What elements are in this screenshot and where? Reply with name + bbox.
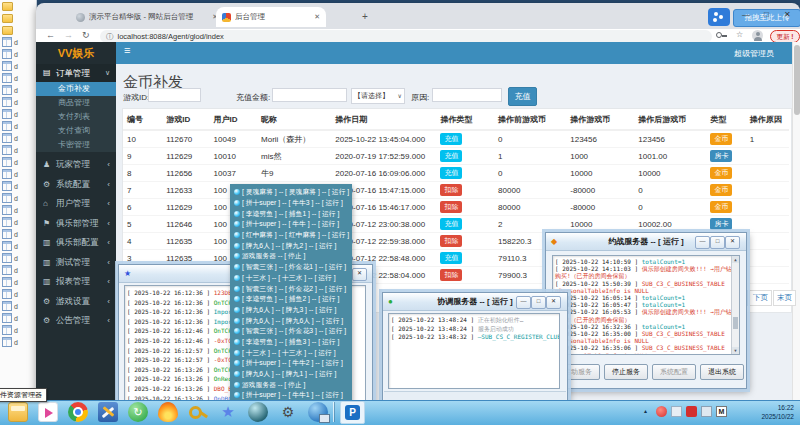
server-list-item[interactable]: [ 牌九6人 ] -- [ 牌九3 ] -- [ 运行 ]: [230, 305, 352, 316]
sidebar-subitem-支付列表[interactable]: 支付列表: [36, 110, 116, 124]
desktop-db-item[interactable]: d: [0, 288, 36, 300]
desktop-db-item[interactable]: d: [0, 168, 36, 180]
desktop-db-item[interactable]: d: [0, 156, 36, 168]
server-list-item[interactable]: [ 拼十super ] -- [ 牛牛3 ] -- [ 运行 ]: [230, 198, 352, 209]
browser-scrollbar-thumb[interactable]: [794, 45, 800, 115]
window-maximize-button[interactable]: □: [764, 10, 769, 19]
server-list-item[interactable]: [ 李逵劈鱼 ] -- [ 捕鱼3 ] -- [ 运行 ]: [230, 337, 352, 348]
server-list-item[interactable]: [ 李逵劈鱼 ] -- [ 捕鱼1 ] -- [ 运行 ]: [230, 208, 352, 219]
tray-chevron-icon[interactable]: ▴: [644, 407, 647, 414]
taskbar-icon-flame[interactable]: [158, 402, 178, 422]
taskbar-icon-key[interactable]: [188, 402, 208, 422]
new-tab-button[interactable]: +: [358, 10, 372, 24]
game-id-input[interactable]: [148, 88, 201, 102]
maximize-button[interactable]: □: [710, 236, 725, 249]
desktop-db-item[interactable]: [0, 0, 36, 12]
server-list-item[interactable]: [ 智囊三张 ] -- [ 炸金花2 ] -- [ 运行 ]: [230, 283, 352, 294]
forward-icon[interactable]: →: [64, 30, 73, 40]
taskbar-icon-tools[interactable]: [98, 402, 118, 422]
scroll-down-icon[interactable]: ▼: [732, 347, 739, 354]
amount-input[interactable]: [272, 88, 347, 102]
server-list-item[interactable]: [ 灵魂麻将 ] -- [ 灵魂麻将 ] -- [ 运行 ]: [230, 187, 352, 198]
close-button[interactable]: ✕: [352, 268, 367, 281]
desktop-db-item[interactable]: d: [0, 312, 36, 324]
tab-close-icon[interactable]: ✕: [314, 13, 320, 21]
taskbar-icon-network[interactable]: [308, 402, 328, 422]
desktop-db-item[interactable]: d: [0, 120, 36, 132]
desktop-db-item[interactable]: [0, 12, 36, 24]
pagination-button-末页[interactable]: 末页: [773, 290, 796, 306]
desktop-db-item[interactable]: d: [0, 60, 36, 72]
sidebar-item-报表管理[interactable]: ▥报表管理‹: [36, 272, 116, 292]
scrollbar-thumb[interactable]: [733, 317, 738, 329]
minimize-button[interactable]: —: [516, 296, 531, 309]
desktop-db-item[interactable]: d: [0, 108, 36, 120]
tray-icon-red-badge[interactable]: [686, 406, 697, 417]
sidebar-item-order-management[interactable]: ▤ 订单管理 ∨: [36, 64, 116, 82]
desktop-db-item[interactable]: d: [0, 252, 36, 264]
desktop-db-item[interactable]: d: [0, 204, 36, 216]
desktop-db-item[interactable]: d: [0, 84, 36, 96]
sidebar-item-系统配置[interactable]: ⚙系统配置‹: [36, 175, 116, 195]
site-info-icon[interactable]: ⓘ: [106, 32, 114, 42]
tray-icon-monitor[interactable]: [701, 406, 712, 417]
taskbar-icon-star[interactable]: [218, 402, 238, 422]
sidebar-item-俱乐部管理[interactable]: ⚑俱乐部管理‹: [36, 214, 116, 234]
recharge-button[interactable]: 充值: [508, 87, 537, 106]
cloud-upload-icon[interactable]: [708, 8, 730, 26]
tray-icon-red-dot[interactable]: [656, 406, 667, 417]
desktop-db-item[interactable]: d: [0, 96, 36, 108]
server-list-item[interactable]: 游戏服务器 -- [ 停止 ]: [230, 251, 352, 262]
scroll-up-icon[interactable]: ▲: [732, 256, 739, 263]
taskbar-icon-explorer[interactable]: [8, 402, 28, 422]
maximize-button[interactable]: □: [531, 296, 546, 309]
sidebar-subitem-商品管理[interactable]: 商品管理: [36, 96, 116, 110]
password-key-icon[interactable]: [716, 32, 726, 40]
server-list-item[interactable]: [ 十三水 ] -- [ 十三水 ] -- [ 运行 ]: [230, 273, 352, 284]
console-scrollbar[interactable]: ▲ ▼: [731, 256, 739, 354]
sidebar-item-公告管理[interactable]: ⚙公告管理‹: [36, 311, 116, 331]
sidebar-subitem-支付查询[interactable]: 支付查询: [36, 124, 116, 138]
desktop-db-item[interactable]: d: [0, 72, 36, 84]
server-list-item[interactable]: [ 牌九6人 ] -- [ 牌九1 ] -- [ 运行 ]: [230, 369, 352, 380]
desktop-db-item[interactable]: d: [0, 276, 36, 288]
sidebar-toggle-icon[interactable]: ≡: [124, 44, 130, 56]
taskbar-icon-media[interactable]: [38, 402, 58, 422]
sidebar-item-俱乐部配置[interactable]: ▥俱乐部配置‹: [36, 233, 116, 253]
sidebar-subitem-金币补发[interactable]: 金币补发: [36, 82, 116, 96]
close-button[interactable]: ✕: [725, 236, 740, 249]
current-user[interactable]: 超级管理员: [734, 48, 774, 59]
server-list-item[interactable]: [ 拼十super ] -- [ 牛牛 ] -- [ 运行 ]: [230, 219, 352, 230]
reload-icon[interactable]: ↻: [82, 30, 90, 40]
bookmark-star-icon[interactable]: ☆: [736, 30, 743, 39]
profile-avatar[interactable]: [752, 30, 763, 41]
sidebar-subitem-卡密管理[interactable]: 卡密管理: [36, 138, 116, 152]
taskbar-icon-p[interactable]: P: [340, 401, 365, 424]
server-list-item[interactable]: [ 智囊三张 ] -- [ 炸金花1 ] -- [ 运行 ]: [230, 262, 352, 273]
server-list-item[interactable]: [ 红中麻将 ] -- [ 红中麻将 ] -- [ 运行 ]: [230, 230, 352, 241]
desktop-db-item[interactable]: d: [0, 336, 36, 348]
desktop-db-item[interactable]: d: [0, 300, 36, 312]
desktop-db-item[interactable]: d: [0, 240, 36, 252]
back-icon[interactable]: ←: [46, 30, 55, 40]
sidebar-item-游戏设置[interactable]: ⚙游戏设置‹: [36, 292, 116, 312]
app-logo[interactable]: VV娱乐: [36, 42, 116, 64]
server-list-item[interactable]: 游戏服务器 -- [ 停止 ]: [230, 379, 352, 390]
desktop-db-item[interactable]: d: [0, 180, 36, 192]
sidebar-item-玩家管理[interactable]: ♟玩家管理‹: [36, 155, 116, 175]
window-minimize-button[interactable]: —: [742, 10, 750, 19]
server-button-停止服务[interactable]: 停止服务: [604, 364, 648, 380]
desktop-db-item[interactable]: d: [0, 264, 36, 276]
browser-tab[interactable]: 后台管理✕: [216, 7, 326, 27]
desktop-db-item[interactable]: d: [0, 192, 36, 204]
server-list-item[interactable]: [ 智囊三张 ] -- [ 炸金花3 ] -- [ 运行 ]: [230, 326, 352, 337]
taskbar-clock[interactable]: 16:22 2025/10/22: [736, 403, 794, 421]
taskbar-icon-recycle[interactable]: [128, 402, 148, 422]
desktop-db-item[interactable]: d: [0, 48, 36, 60]
sidebar-item-用户管理[interactable]: ⌂用户管理‹: [36, 194, 116, 214]
window-close-button[interactable]: ✕: [784, 10, 791, 19]
browser-tab[interactable]: 演示平台精华版 - 网站后台管理✕: [70, 7, 224, 27]
desktop-db-item[interactable]: [0, 24, 36, 36]
desktop-db-item[interactable]: d: [0, 324, 36, 336]
desktop-db-item[interactable]: d: [0, 228, 36, 240]
